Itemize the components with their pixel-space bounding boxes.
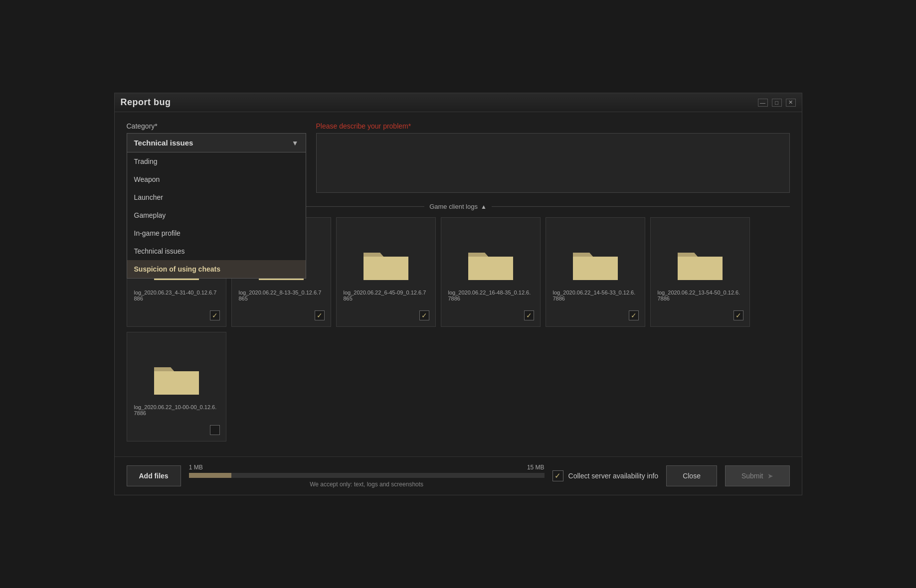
report-bug-window: Report bug — □ ✕ Category* Technical iss… <box>114 93 802 495</box>
log-item: log_2020.06.22_14-56-33_0.12.6.7886 <box>546 217 645 327</box>
category-section: Category* Technical issues ▼ Trading Wea… <box>127 122 306 152</box>
add-files-button[interactable]: Add files <box>127 465 181 486</box>
collect-checkbox[interactable] <box>552 470 563 481</box>
logs-header-line-right <box>492 206 790 207</box>
option-suspicion[interactable]: Suspicion of using cheats <box>127 260 306 278</box>
option-trading[interactable]: Trading <box>127 152 306 170</box>
option-technical-issues[interactable]: Technical issues <box>127 242 306 260</box>
chevron-up-icon: ▲ <box>481 203 487 210</box>
collect-label: Collect server availability info <box>568 472 659 480</box>
log-item: log_2020.06.22_6-45-09_0.12.6.7865 <box>336 217 436 327</box>
window-close-button[interactable]: ✕ <box>786 99 796 107</box>
progress-bar-fill <box>189 473 232 478</box>
option-weapon[interactable]: Weapon <box>127 170 306 188</box>
submit-arrow-icon: ➤ <box>767 472 773 480</box>
progress-max-label: 15 MB <box>527 464 545 471</box>
folder-icon <box>570 243 620 283</box>
titlebar: Report bug — □ ✕ <box>115 93 802 112</box>
log-name: log_2020.06.22_13-54-50_0.12.6.7886 <box>656 290 744 301</box>
progress-section: 1 MB 15 MB We accept only: text, logs an… <box>189 464 545 488</box>
minimize-button[interactable]: — <box>758 99 768 107</box>
logs-header-text: Game client logs ▲ <box>429 203 487 210</box>
main-content: Category* Technical issues ▼ Trading Wea… <box>115 112 802 456</box>
submit-button[interactable]: Submit ➤ <box>725 465 790 486</box>
log-item: log_2020.06.22_10-00-00_0.12.6.7886 <box>127 332 226 441</box>
folder-icon <box>361 243 411 283</box>
problem-textarea[interactable] <box>316 133 790 193</box>
log-name: log_2020.06.22_16-48-35_0.12.6.7886 <box>446 290 535 301</box>
progress-min-label: 1 MB <box>189 464 203 471</box>
log-name: log_2020.06.22_10-00-00_0.12.6.7886 <box>132 404 221 416</box>
progress-bar-track <box>189 473 545 478</box>
maximize-button[interactable]: □ <box>772 99 782 107</box>
log-item: log_2020.06.22_13-54-50_0.12.6.7886 <box>650 217 750 327</box>
bottom-bar: Add files 1 MB 15 MB We accept only: tex… <box>115 456 802 495</box>
submit-label: Submit <box>741 472 763 480</box>
log-checkbox[interactable] <box>419 310 429 320</box>
progress-labels: 1 MB 15 MB <box>189 464 545 471</box>
category-dropdown-menu: Trading Weapon Launcher Gameplay In-game… <box>127 152 306 279</box>
log-item: log_2020.06.22_16-48-35_0.12.6.7886 <box>441 217 541 327</box>
log-name: log_2020.06.22_14-56-33_0.12.6.7886 <box>551 290 640 301</box>
category-label: Category* <box>127 122 306 130</box>
log-checkbox[interactable] <box>733 310 743 320</box>
problem-section: Please describe your problem* <box>316 122 790 195</box>
window-controls: — □ ✕ <box>758 99 796 107</box>
accept-text: We accept only: text, logs and screensho… <box>189 481 545 488</box>
problem-label: Please describe your problem* <box>316 122 790 130</box>
folder-icon <box>675 243 725 283</box>
option-gameplay[interactable]: Gameplay <box>127 206 306 224</box>
log-name: log_2020.06.23_4-31-40_0.12.6.7886 <box>132 290 221 301</box>
collect-section: Collect server availability info <box>552 470 659 481</box>
log-checkbox[interactable] <box>210 425 220 435</box>
close-button[interactable]: Close <box>666 465 717 486</box>
folder-icon <box>152 357 201 397</box>
log-checkbox[interactable] <box>524 310 534 320</box>
dropdown-arrow-icon: ▼ <box>292 139 299 147</box>
logs-header-label: Game client logs <box>429 203 478 210</box>
log-name: log_2020.06.22_8-13-35_0.12.6.7865 <box>237 290 326 301</box>
window-title: Report bug <box>121 97 171 108</box>
form-row: Category* Technical issues ▼ Trading Wea… <box>127 122 790 195</box>
log-checkbox[interactable] <box>210 310 220 320</box>
option-in-game-profile[interactable]: In-game profile <box>127 224 306 242</box>
option-launcher[interactable]: Launcher <box>127 188 306 206</box>
category-dropdown-wrapper: Technical issues ▼ Trading Weapon Launch… <box>127 133 306 152</box>
category-dropdown[interactable]: Technical issues ▼ <box>127 133 306 152</box>
log-checkbox[interactable] <box>629 310 639 320</box>
folder-icon <box>466 243 516 283</box>
log-checkbox[interactable] <box>315 310 325 320</box>
log-name: log_2020.06.22_6-45-09_0.12.6.7865 <box>342 290 430 301</box>
category-selected-text: Technical issues <box>134 139 193 147</box>
